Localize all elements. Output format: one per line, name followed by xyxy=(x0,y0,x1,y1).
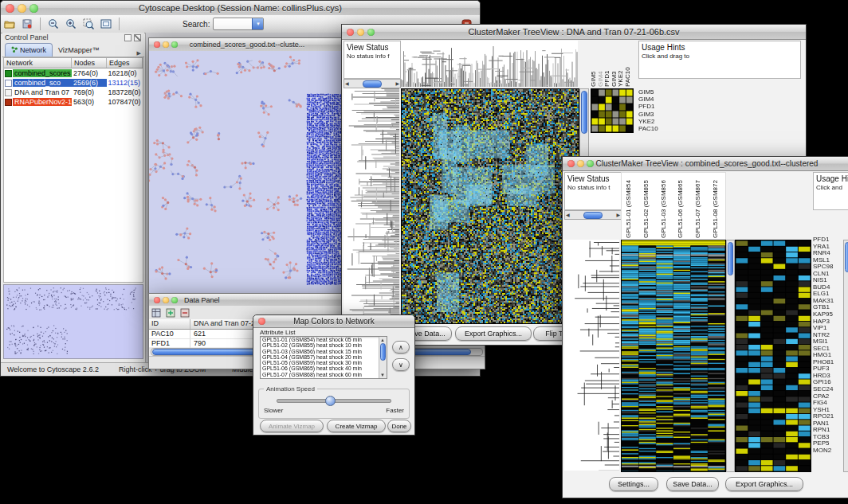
attribute-up-button[interactable]: ∧ xyxy=(392,341,410,354)
gene-label[interactable]: HMG1 xyxy=(813,352,842,359)
gene-label[interactable]: ELG1 xyxy=(813,291,842,298)
attribute-list-item[interactable]: GPL51-04 (GSM857) heat shock 20 min xyxy=(261,354,379,360)
close-button[interactable] xyxy=(258,318,265,325)
gene-label[interactable]: BUD4 xyxy=(813,284,842,291)
gene-label[interactable]: RNR4 xyxy=(813,250,842,257)
attribute-listbox[interactable]: GPL51-01 (GSM854) heat shock 05 minGPL51… xyxy=(260,336,387,379)
scroll-right-icon[interactable]: ▶ xyxy=(616,212,620,218)
gene-label[interactable]: PHO81 xyxy=(813,359,842,366)
minimize-button[interactable] xyxy=(163,297,169,303)
scroll-right-icon[interactable]: ▶ xyxy=(395,80,399,87)
column-header-edges[interactable]: Edges xyxy=(107,58,143,68)
attribute-list-item[interactable]: GPL51-02 (GSM855) heat shock 10 min xyxy=(261,342,379,348)
tab-vizmapper[interactable]: VizMapper™ xyxy=(53,44,105,57)
gene-label[interactable]: FIG4 xyxy=(813,400,842,407)
network-graph-canvas[interactable] xyxy=(149,51,344,295)
hscroll-thumb[interactable] xyxy=(363,80,382,88)
gene-label[interactable]: MSI1 xyxy=(813,338,842,346)
minimize-button[interactable] xyxy=(18,4,26,13)
vscroll-thumb[interactable] xyxy=(845,242,848,272)
gene-label[interactable]: SPC98 xyxy=(813,264,842,271)
gene-label[interactable]: SEC24 xyxy=(813,386,842,393)
zoom-button[interactable] xyxy=(171,297,178,303)
close-panel-icon[interactable] xyxy=(134,34,141,41)
delete-attribute-icon[interactable] xyxy=(179,307,190,318)
zoom-fit-icon[interactable] xyxy=(99,17,113,31)
attribute-list-item[interactable]: GPL51-01 (GSM854) heat shock 05 min xyxy=(261,337,379,342)
treeview-combined-titlebar[interactable]: ClusterMaker TreeView : combined_scores_… xyxy=(563,157,848,171)
zoom-heatmap-canvas[interactable] xyxy=(735,240,811,472)
attribute-list-item[interactable]: GPL51-03 (GSM856) heat shock 15 min xyxy=(261,349,379,354)
treeview-button-export-graphics[interactable]: Export Graphics... xyxy=(725,477,803,491)
save-session-icon[interactable] xyxy=(20,17,34,31)
gene-label[interactable]: HRD3 xyxy=(813,373,842,380)
animation-speed-slider-thumb[interactable] xyxy=(325,396,336,406)
animation-speed-slider[interactable] xyxy=(277,399,391,403)
gene-label[interactable]: PFD1 xyxy=(813,236,842,244)
gene-label[interactable]: SEC1 xyxy=(813,346,842,353)
network-table-header[interactable]: Network Nodes Edges xyxy=(4,57,143,68)
gene-label[interactable]: PEP5 xyxy=(813,440,842,447)
minimize-button[interactable] xyxy=(577,160,584,167)
zoom-in-icon[interactable] xyxy=(64,17,78,31)
zoom-button[interactable] xyxy=(29,4,38,13)
close-button[interactable] xyxy=(347,29,354,36)
close-button[interactable] xyxy=(567,160,575,167)
done-button[interactable]: Done xyxy=(387,420,411,432)
zoom-heatmap-canvas[interactable] xyxy=(591,88,634,133)
column-header-network[interactable]: Network xyxy=(4,58,72,68)
zoom-button[interactable] xyxy=(587,160,594,167)
treeview-dna-titlebar[interactable]: ClusterMaker TreeView : DNA and Tran 07-… xyxy=(342,25,806,40)
treeview-button-settings[interactable]: Settings... xyxy=(609,477,658,491)
gene-label[interactable]: NTR2 xyxy=(813,332,842,339)
minimize-button[interactable] xyxy=(357,29,364,36)
float-panel-icon[interactable] xyxy=(124,34,132,41)
network-view-titlebar[interactable]: combined_scores_good.txt--cluste... xyxy=(149,38,345,52)
close-button[interactable] xyxy=(6,4,14,13)
heatmap-canvas[interactable] xyxy=(401,88,579,324)
gene-label[interactable]: MAK31 xyxy=(813,298,842,305)
combo-dropdown-button[interactable]: ▼ xyxy=(252,18,263,29)
dendro-hscrollbar[interactable]: ◀ ▶ xyxy=(344,79,401,88)
scroll-left-icon[interactable]: ◀ xyxy=(566,212,570,218)
scroll-up-icon[interactable]: ▲ xyxy=(380,337,385,343)
gene-label[interactable]: KAP95 xyxy=(813,311,842,318)
scroll-left-icon[interactable]: ◀ xyxy=(345,80,349,87)
heatmap-canvas[interactable] xyxy=(621,240,726,472)
gene-label[interactable]: VIP1 xyxy=(813,325,842,332)
zoom-out-icon[interactable] xyxy=(46,17,61,31)
cytoscape-titlebar[interactable]: Cytoscape Desktop (Session Name: collins… xyxy=(1,1,480,16)
new-attribute-icon[interactable] xyxy=(165,307,176,318)
gene-label[interactable]: NIS1 xyxy=(813,277,842,284)
map-colors-titlebar[interactable]: Map Colors to Network xyxy=(253,315,414,328)
gene-label[interactable]: PUF3 xyxy=(813,365,842,373)
close-button[interactable] xyxy=(154,41,160,48)
hscroll-thumb[interactable] xyxy=(583,212,603,219)
gene-label[interactable]: MSL1 xyxy=(813,257,842,264)
search-combo[interactable]: ▼ xyxy=(213,18,264,30)
gene-label[interactable]: RPN1 xyxy=(813,427,842,434)
create-vizmap-button[interactable]: Create Vizmap xyxy=(327,420,386,432)
open-folder-icon[interactable] xyxy=(2,17,17,31)
network-table-row[interactable]: combined_scores2764(0)16218(0) xyxy=(4,68,143,78)
attribute-list-vscrollbar[interactable]: ▲ ▼ xyxy=(379,337,387,378)
zoom-selected-icon[interactable] xyxy=(81,17,96,31)
scroll-down-icon[interactable]: ▼ xyxy=(380,372,385,378)
attribute-list-item[interactable]: GPL51-05 (GSM859) heat shock 30 min xyxy=(261,360,379,365)
attribute-list-item[interactable]: GPL51-07 (GSM868) heat shock 60 min xyxy=(261,372,379,377)
gene-list-vscrollbar[interactable] xyxy=(843,240,848,472)
gene-label[interactable]: YSH1 xyxy=(813,407,842,414)
gene-label[interactable]: PAN1 xyxy=(813,420,842,428)
vscroll-thumb[interactable] xyxy=(380,343,386,361)
zoom-button[interactable] xyxy=(367,29,375,36)
animate-vizmap-button[interactable]: Animate Vizmap xyxy=(260,420,324,432)
dendro-hscrollbar[interactable]: ◀ ▶ xyxy=(564,210,622,220)
tab-overflow-icon[interactable]: ▶ xyxy=(137,50,141,57)
network-table-row[interactable]: DNA and Tran 07769(0)183728(0) xyxy=(4,88,143,97)
gene-label[interactable]: GPI16 xyxy=(813,379,842,386)
gene-label[interactable]: RPO21 xyxy=(813,413,842,420)
attribute-down-button[interactable]: ∨ xyxy=(392,358,410,371)
network-table-row[interactable]: RNAPuberNov2-1563(0)107847(0) xyxy=(4,97,143,107)
vscroll-thumb[interactable] xyxy=(581,91,587,134)
gene-label[interactable]: TCB3 xyxy=(813,434,842,441)
